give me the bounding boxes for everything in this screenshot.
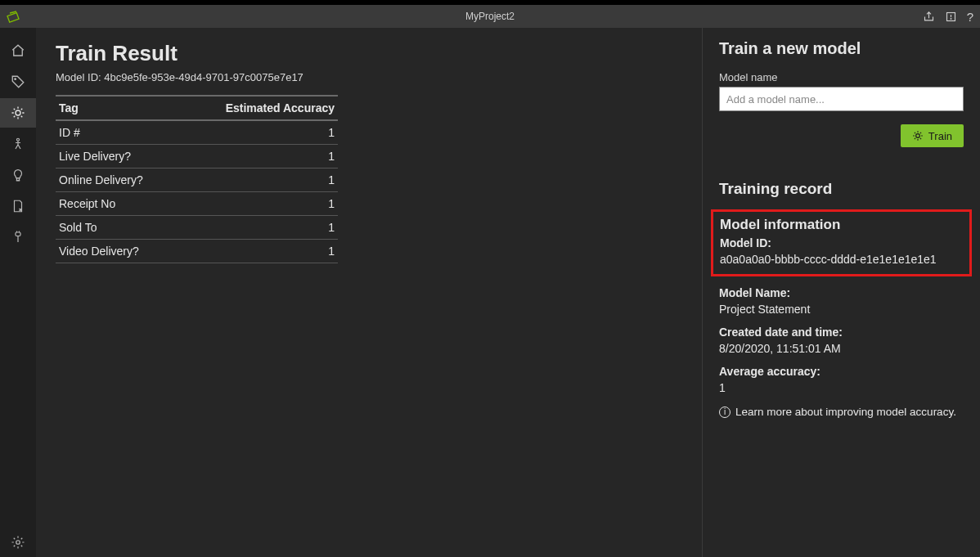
svg-point-3 — [15, 79, 16, 80]
right-panel: Train a new model Model name Train Train… — [702, 28, 980, 557]
learn-more-link[interactable]: i Learn more about improving model accur… — [719, 406, 964, 418]
gear-small-icon — [912, 130, 924, 141]
main-content: Train Result Model ID: 4bc9e5fe-953e-49d… — [36, 28, 702, 557]
model-id-value: 4bc9e5fe-953e-49d4-9701-97c0075e7e17 — [104, 71, 303, 83]
svg-point-5 — [17, 138, 20, 141]
model-info-heading: Model information — [720, 217, 963, 233]
created-value: 8/20/2020, 11:51:01 AM — [719, 342, 964, 355]
model-name-label: Model name — [719, 71, 964, 83]
table-row: Video Delivery?1 — [56, 240, 338, 263]
train-button[interactable]: Train — [901, 124, 964, 147]
svg-point-2 — [951, 18, 951, 19]
feedback-icon[interactable] — [945, 10, 957, 24]
model-name-input[interactable] — [719, 87, 964, 111]
model-name-value: Project Statement — [719, 303, 964, 316]
avg-acc-label: Average accuracy: — [719, 365, 964, 378]
nav-predict[interactable] — [0, 160, 36, 190]
nav-home[interactable] — [0, 36, 36, 65]
titlebar: MyProject2 ? — [0, 5, 980, 28]
model-id-prefix: Model ID: — [56, 71, 104, 83]
result-table: Tag Estimated Accuracy ID #1 Live Delive… — [56, 95, 338, 263]
avg-acc-value: 1 — [719, 381, 964, 394]
model-id-line: Model ID: 4bc9e5fe-953e-49d4-9701-97c007… — [56, 71, 682, 83]
left-sidebar — [0, 28, 36, 557]
share-icon[interactable] — [923, 10, 935, 24]
nav-train[interactable] — [0, 98, 36, 128]
nav-compose[interactable] — [0, 129, 36, 159]
table-row: ID #1 — [56, 120, 338, 145]
nav-settings[interactable] — [0, 528, 36, 557]
col-accuracy: Estimated Accuracy — [180, 96, 338, 120]
table-row: Live Delivery?1 — [56, 145, 338, 168]
nav-document[interactable] — [0, 191, 36, 221]
svg-point-4 — [16, 110, 20, 115]
model-info-highlight: Model information Model ID: a0a0a0a0-bbb… — [711, 209, 972, 276]
table-row: Receipt No1 — [56, 192, 338, 216]
app-logo-icon — [7, 10, 20, 23]
help-icon[interactable]: ? — [967, 10, 973, 24]
window-title: MyProject2 — [0, 11, 980, 22]
info-icon: i — [719, 407, 731, 418]
learn-more-text: Learn more about improving model accurac… — [735, 406, 956, 418]
col-tag: Tag — [56, 96, 180, 120]
svg-point-8 — [916, 134, 920, 138]
table-row: Sold To1 — [56, 216, 338, 240]
svg-rect-6 — [16, 232, 20, 236]
nav-connect[interactable] — [0, 222, 36, 252]
table-row: Online Delivery?1 — [56, 168, 338, 192]
page-title: Train Result — [56, 41, 682, 66]
model-id-text: a0a0a0a0-bbbb-cccc-dddd-e1e1e1e1e1e1 — [720, 253, 963, 266]
created-label: Created date and time: — [719, 326, 964, 339]
svg-rect-0 — [7, 13, 19, 23]
model-id-label: Model ID: — [720, 236, 963, 249]
new-model-heading: Train a new model — [719, 39, 964, 58]
train-button-label: Train — [928, 130, 952, 142]
training-record-heading: Training record — [719, 180, 964, 198]
svg-point-7 — [16, 541, 20, 545]
nav-tags[interactable] — [0, 67, 36, 97]
model-name-label2: Model Name: — [719, 286, 964, 299]
